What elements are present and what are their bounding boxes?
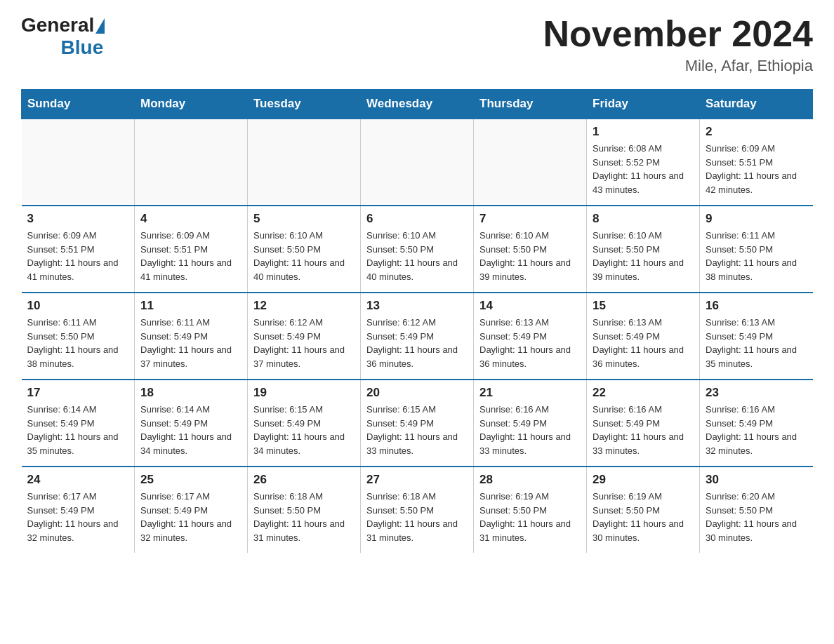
day-number: 25: [140, 473, 241, 487]
calendar-week-row: 1Sunrise: 6:08 AM Sunset: 5:52 PM Daylig…: [22, 119, 813, 206]
calendar-cell: 22Sunrise: 6:16 AM Sunset: 5:49 PM Dayli…: [587, 380, 700, 467]
day-sun-info: Sunrise: 6:09 AM Sunset: 5:51 PM Dayligh…: [27, 229, 129, 283]
day-number: 15: [593, 299, 694, 313]
day-number: 19: [253, 386, 355, 400]
calendar-cell: 10Sunrise: 6:11 AM Sunset: 5:50 PM Dayli…: [22, 293, 135, 380]
calendar-cell: 19Sunrise: 6:15 AM Sunset: 5:49 PM Dayli…: [248, 380, 361, 467]
day-sun-info: Sunrise: 6:17 AM Sunset: 5:49 PM Dayligh…: [140, 490, 241, 544]
day-sun-info: Sunrise: 6:12 AM Sunset: 5:49 PM Dayligh…: [366, 316, 468, 370]
day-sun-info: Sunrise: 6:10 AM Sunset: 5:50 PM Dayligh…: [593, 229, 694, 283]
month-year-title: November 2024: [543, 14, 813, 54]
day-sun-info: Sunrise: 6:17 AM Sunset: 5:49 PM Dayligh…: [27, 490, 129, 544]
day-number: 20: [366, 386, 468, 400]
day-sun-info: Sunrise: 6:15 AM Sunset: 5:49 PM Dayligh…: [253, 403, 355, 457]
logo: General Blue: [21, 14, 105, 59]
calendar-cell: 20Sunrise: 6:15 AM Sunset: 5:49 PM Dayli…: [361, 380, 474, 467]
calendar-cell: 25Sunrise: 6:17 AM Sunset: 5:49 PM Dayli…: [135, 467, 248, 553]
calendar-cell: 26Sunrise: 6:18 AM Sunset: 5:50 PM Dayli…: [248, 467, 361, 553]
weekday-header-wednesday: Wednesday: [361, 90, 474, 119]
calendar-cell: 9Sunrise: 6:11 AM Sunset: 5:50 PM Daylig…: [700, 206, 813, 293]
day-number: 16: [706, 299, 807, 313]
day-sun-info: Sunrise: 6:13 AM Sunset: 5:49 PM Dayligh…: [593, 316, 694, 370]
weekday-header-saturday: Saturday: [700, 90, 813, 119]
calendar-cell: 1Sunrise: 6:08 AM Sunset: 5:52 PM Daylig…: [587, 119, 700, 206]
logo-blue-text: Blue: [61, 36, 104, 59]
calendar-cell: 2Sunrise: 6:09 AM Sunset: 5:51 PM Daylig…: [700, 119, 813, 206]
day-sun-info: Sunrise: 6:20 AM Sunset: 5:50 PM Dayligh…: [706, 490, 807, 544]
calendar-week-row: 10Sunrise: 6:11 AM Sunset: 5:50 PM Dayli…: [22, 293, 813, 380]
day-number: 28: [479, 473, 581, 487]
day-sun-info: Sunrise: 6:10 AM Sunset: 5:50 PM Dayligh…: [366, 229, 468, 283]
calendar-cell: 14Sunrise: 6:13 AM Sunset: 5:49 PM Dayli…: [474, 293, 587, 380]
day-number: 17: [27, 386, 129, 400]
day-number: 13: [366, 299, 468, 313]
weekday-header-sunday: Sunday: [22, 90, 135, 119]
calendar-week-row: 3Sunrise: 6:09 AM Sunset: 5:51 PM Daylig…: [22, 206, 813, 293]
calendar-cell: 5Sunrise: 6:10 AM Sunset: 5:50 PM Daylig…: [248, 206, 361, 293]
calendar-cell: 30Sunrise: 6:20 AM Sunset: 5:50 PM Dayli…: [700, 467, 813, 553]
calendar-cell: [248, 119, 361, 206]
calendar-cell: [474, 119, 587, 206]
day-sun-info: Sunrise: 6:15 AM Sunset: 5:49 PM Dayligh…: [366, 403, 468, 457]
calendar-cell: 11Sunrise: 6:11 AM Sunset: 5:49 PM Dayli…: [135, 293, 248, 380]
calendar-cell: 6Sunrise: 6:10 AM Sunset: 5:50 PM Daylig…: [361, 206, 474, 293]
calendar-cell: [22, 119, 135, 206]
weekday-header-tuesday: Tuesday: [248, 90, 361, 119]
calendar-cell: 29Sunrise: 6:19 AM Sunset: 5:50 PM Dayli…: [587, 467, 700, 553]
day-number: 23: [706, 386, 807, 400]
calendar-cell: 7Sunrise: 6:10 AM Sunset: 5:50 PM Daylig…: [474, 206, 587, 293]
day-number: 2: [706, 125, 807, 139]
day-sun-info: Sunrise: 6:14 AM Sunset: 5:49 PM Dayligh…: [27, 403, 129, 457]
day-sun-info: Sunrise: 6:09 AM Sunset: 5:51 PM Dayligh…: [706, 142, 807, 196]
day-number: 6: [366, 212, 468, 226]
day-sun-info: Sunrise: 6:16 AM Sunset: 5:49 PM Dayligh…: [593, 403, 694, 457]
day-number: 21: [479, 386, 581, 400]
calendar-cell: 17Sunrise: 6:14 AM Sunset: 5:49 PM Dayli…: [22, 380, 135, 467]
day-number: 12: [253, 299, 355, 313]
calendar-cell: 21Sunrise: 6:16 AM Sunset: 5:49 PM Dayli…: [474, 380, 587, 467]
day-sun-info: Sunrise: 6:12 AM Sunset: 5:49 PM Dayligh…: [253, 316, 355, 370]
calendar-cell: 18Sunrise: 6:14 AM Sunset: 5:49 PM Dayli…: [135, 380, 248, 467]
calendar-week-row: 17Sunrise: 6:14 AM Sunset: 5:49 PM Dayli…: [22, 380, 813, 467]
day-number: 11: [140, 299, 241, 313]
day-sun-info: Sunrise: 6:16 AM Sunset: 5:49 PM Dayligh…: [706, 403, 807, 457]
day-sun-info: Sunrise: 6:11 AM Sunset: 5:50 PM Dayligh…: [706, 229, 807, 283]
calendar-week-row: 24Sunrise: 6:17 AM Sunset: 5:49 PM Dayli…: [22, 467, 813, 553]
weekday-header-row: SundayMondayTuesdayWednesdayThursdayFrid…: [22, 90, 813, 119]
day-sun-info: Sunrise: 6:08 AM Sunset: 5:52 PM Dayligh…: [593, 142, 694, 196]
day-number: 5: [253, 212, 355, 226]
calendar-cell: 13Sunrise: 6:12 AM Sunset: 5:49 PM Dayli…: [361, 293, 474, 380]
day-number: 14: [479, 299, 581, 313]
location-subtitle: Mile, Afar, Ethiopia: [543, 57, 813, 75]
calendar-cell: 28Sunrise: 6:19 AM Sunset: 5:50 PM Dayli…: [474, 467, 587, 553]
day-sun-info: Sunrise: 6:11 AM Sunset: 5:49 PM Dayligh…: [140, 316, 241, 370]
weekday-header-monday: Monday: [135, 90, 248, 119]
calendar-cell: 12Sunrise: 6:12 AM Sunset: 5:49 PM Dayli…: [248, 293, 361, 380]
calendar-cell: 4Sunrise: 6:09 AM Sunset: 5:51 PM Daylig…: [135, 206, 248, 293]
calendar-cell: [135, 119, 248, 206]
day-sun-info: Sunrise: 6:09 AM Sunset: 5:51 PM Dayligh…: [140, 229, 241, 283]
day-sun-info: Sunrise: 6:10 AM Sunset: 5:50 PM Dayligh…: [253, 229, 355, 283]
day-number: 18: [140, 386, 241, 400]
calendar-cell: 27Sunrise: 6:18 AM Sunset: 5:50 PM Dayli…: [361, 467, 474, 553]
day-sun-info: Sunrise: 6:13 AM Sunset: 5:49 PM Dayligh…: [706, 316, 807, 370]
day-sun-info: Sunrise: 6:19 AM Sunset: 5:50 PM Dayligh…: [593, 490, 694, 544]
day-number: 1: [593, 125, 694, 139]
calendar-cell: 16Sunrise: 6:13 AM Sunset: 5:49 PM Dayli…: [700, 293, 813, 380]
page-header: General Blue November 2024 Mile, Afar, E…: [21, 14, 813, 75]
day-sun-info: Sunrise: 6:18 AM Sunset: 5:50 PM Dayligh…: [253, 490, 355, 544]
day-sun-info: Sunrise: 6:19 AM Sunset: 5:50 PM Dayligh…: [479, 490, 581, 544]
logo-triangle-icon: [95, 18, 105, 34]
day-sun-info: Sunrise: 6:16 AM Sunset: 5:49 PM Dayligh…: [479, 403, 581, 457]
logo-general-text: General: [21, 14, 94, 36]
day-number: 24: [27, 473, 129, 487]
calendar-cell: [361, 119, 474, 206]
day-number: 3: [27, 212, 129, 226]
calendar-cell: 24Sunrise: 6:17 AM Sunset: 5:49 PM Dayli…: [22, 467, 135, 553]
day-number: 4: [140, 212, 241, 226]
day-number: 27: [366, 473, 468, 487]
day-number: 22: [593, 386, 694, 400]
calendar-cell: 8Sunrise: 6:10 AM Sunset: 5:50 PM Daylig…: [587, 206, 700, 293]
day-sun-info: Sunrise: 6:13 AM Sunset: 5:49 PM Dayligh…: [479, 316, 581, 370]
calendar-cell: 3Sunrise: 6:09 AM Sunset: 5:51 PM Daylig…: [22, 206, 135, 293]
